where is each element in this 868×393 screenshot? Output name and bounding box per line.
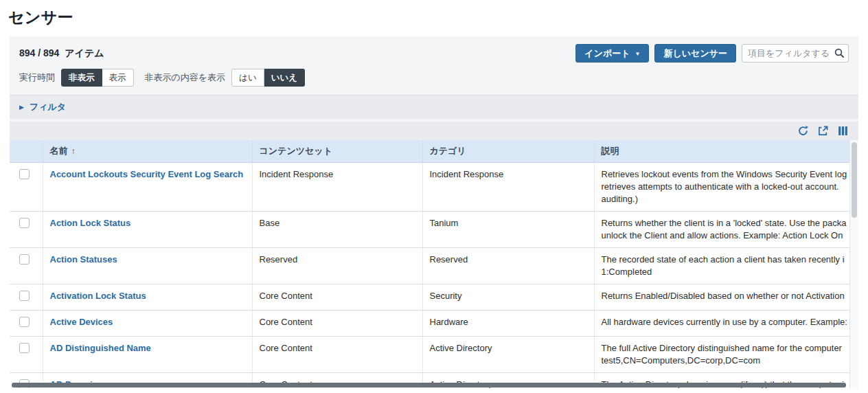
row-checkbox[interactable] xyxy=(19,343,30,353)
horizontal-scrollbar[interactable] xyxy=(12,383,846,388)
table-row: Activation Lock Status Core Content Secu… xyxy=(10,284,849,311)
column-header-category[interactable]: カテゴリ xyxy=(422,140,594,163)
exec-time-toggle: 非表示 表示 xyxy=(61,69,134,87)
description-cell: Returns Enabled/Disabled based on whethe… xyxy=(594,284,849,311)
category-cell: Tanium xyxy=(422,212,594,248)
vertical-scrollbar-thumb[interactable] xyxy=(852,142,857,218)
table-row: Account Lockouts Security Event Log Sear… xyxy=(10,163,849,212)
description-cell: Retrieves lockout events from the Window… xyxy=(594,163,849,212)
content-set-cell: Incident Response xyxy=(252,163,422,212)
hidden-content-label: 非表示の内容を表示 xyxy=(145,71,226,84)
table-header-row: 名前↑ コンテンツセット カテゴリ 説明 xyxy=(10,140,849,163)
import-button-label: インポート xyxy=(584,48,630,58)
sensor-name-link[interactable]: Active Devices xyxy=(50,317,113,327)
hidden-content-no-button[interactable]: いいえ xyxy=(264,69,305,87)
column-header-description[interactable]: 説明 xyxy=(594,140,849,163)
row-checkbox[interactable] xyxy=(19,218,30,228)
row-checkbox[interactable] xyxy=(19,317,30,327)
column-header-content-set[interactable]: コンテンツセット xyxy=(252,140,422,163)
page-title: センサー xyxy=(0,0,868,36)
filter-section-label: フィルタ xyxy=(30,101,66,113)
row-checkbox[interactable] xyxy=(19,254,30,265)
filter-search-input[interactable] xyxy=(742,44,849,63)
sensors-table: 名前↑ コンテンツセット カテゴリ 説明 Account Lockouts Se… xyxy=(10,140,849,388)
sensors-grid: 名前↑ コンテンツセット カテゴリ 説明 Account Lockouts Se… xyxy=(10,140,858,388)
filter-search xyxy=(742,44,849,63)
description-cell: The recorded state of each action a clie… xyxy=(594,248,849,284)
panel-header: 894 / 894 アイテム インポート ▼ 新しいセンサー xyxy=(10,36,858,69)
sensor-name-link[interactable]: Action Lock Status xyxy=(50,218,131,228)
content-set-cell: Base xyxy=(252,212,422,248)
table-row: Action Statuses Reserved Reserved The re… xyxy=(10,248,849,284)
item-count-label: アイテム xyxy=(65,47,104,58)
item-count: 894 / 894 アイテム xyxy=(19,47,104,60)
sensor-name-link[interactable]: AD Distinguished Name xyxy=(50,343,151,353)
search-icon[interactable] xyxy=(834,47,845,58)
category-cell: Incident Response xyxy=(422,163,594,212)
hidden-content-yes-button[interactable]: はい xyxy=(231,69,264,87)
table-row: Active Devices Core Content Hardware All… xyxy=(10,311,849,337)
description-cell: Returns whether the client is in a 'lock… xyxy=(594,212,849,248)
sensor-name-link[interactable]: Activation Lock Status xyxy=(50,291,146,301)
category-cell: Hardware xyxy=(422,311,594,337)
columns-icon[interactable] xyxy=(837,125,849,137)
table-row: Action Lock Status Base Tanium Returns w… xyxy=(10,212,849,248)
description-cell: All hardware devices currently in use by… xyxy=(594,311,849,337)
refresh-button[interactable] xyxy=(797,125,809,137)
content-set-cell: Reserved xyxy=(252,248,422,284)
new-sensor-button[interactable]: 新しいセンサー xyxy=(654,44,736,63)
item-count-value: 894 / 894 xyxy=(19,47,59,58)
description-cell: The full Active Directory distinguished … xyxy=(594,337,849,373)
controls-row: 実行時間 非表示 表示 非表示の内容を表示 はい いいえ xyxy=(10,69,858,95)
filter-section-toggle[interactable]: ▶ フィルタ xyxy=(10,95,858,119)
new-sensor-button-label: 新しいセンサー xyxy=(663,48,727,58)
row-checkbox[interactable] xyxy=(19,291,30,301)
category-cell: Reserved xyxy=(422,248,594,284)
import-button[interactable]: インポート ▼ xyxy=(575,44,649,63)
caret-right-icon: ▶ xyxy=(19,104,24,111)
grid-toolbar xyxy=(10,122,858,140)
table-clip: 名前↑ コンテンツセット カテゴリ 説明 Account Lockouts Se… xyxy=(10,140,849,388)
export-icon[interactable] xyxy=(817,125,829,137)
exec-time-show-button[interactable]: 表示 xyxy=(102,69,134,87)
exec-time-hide-button[interactable]: 非表示 xyxy=(61,69,102,87)
checkbox-column-header xyxy=(10,140,43,163)
exec-time-label: 実行時間 xyxy=(19,71,55,84)
content-set-cell: Core Content xyxy=(252,284,422,311)
table-row: AD Distinguished Name Core Content Activ… xyxy=(10,337,849,373)
column-header-name[interactable]: 名前↑ xyxy=(43,140,252,163)
category-cell: Active Directory xyxy=(422,337,594,373)
content-set-cell: Core Content xyxy=(252,311,422,337)
caret-down-icon: ▼ xyxy=(635,52,641,57)
vertical-scrollbar[interactable] xyxy=(849,140,858,388)
sort-ascending-icon: ↑ xyxy=(71,146,76,156)
content-set-cell: Core Content xyxy=(252,337,422,373)
sensor-name-link[interactable]: Account Lockouts Security Event Log Sear… xyxy=(50,169,244,179)
header-actions: インポート ▼ 新しいセンサー xyxy=(575,44,849,63)
sensors-panel: 894 / 894 アイテム インポート ▼ 新しいセンサー xyxy=(10,36,858,388)
sensor-name-link[interactable]: Action Statuses xyxy=(50,254,117,265)
row-checkbox[interactable] xyxy=(19,169,30,179)
hidden-content-toggle: はい いいえ xyxy=(231,69,305,87)
category-cell: Security xyxy=(422,284,594,311)
